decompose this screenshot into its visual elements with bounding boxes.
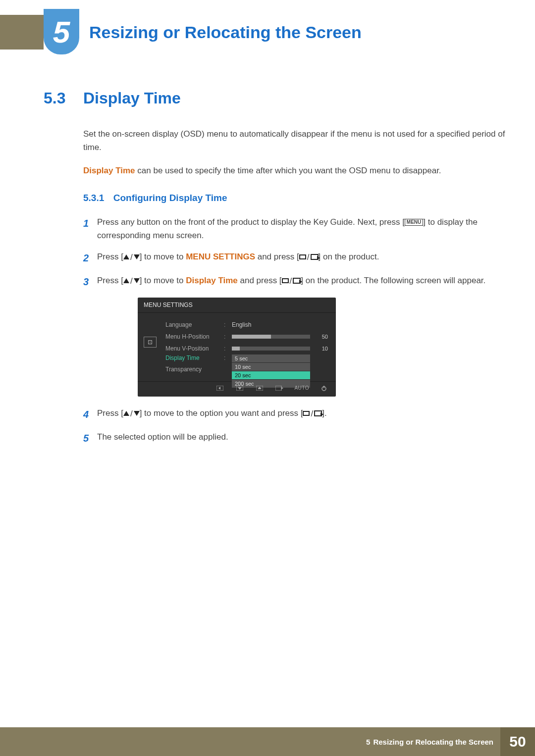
steps-list: 1 Press any button on the front of the p… <box>83 215 505 446</box>
rect-icon <box>282 278 289 283</box>
osd-label: Menu V-Position <box>165 345 220 352</box>
osd-slider-fill <box>232 335 271 339</box>
display-time-highlight: Display Time <box>83 166 135 175</box>
section-heading: 5.3 Display Time <box>44 89 505 107</box>
osd-value: English <box>232 321 310 328</box>
step-1-pre: Press any button on the front of the pro… <box>97 217 405 227</box>
osd-body: ⊡ Language : English Menu H-Position : <box>138 313 336 381</box>
osd-sidebar: ⊡ <box>142 319 159 375</box>
osd-down-icon <box>235 385 245 392</box>
step-number: 1 <box>83 215 97 242</box>
source-enter-icon: / <box>299 251 319 264</box>
osd-screenshot: MENU SETTINGS ⊡ Language : English M <box>138 298 505 397</box>
step-2-pre: Press [ <box>97 252 123 261</box>
osd-panel: MENU SETTINGS ⊡ Language : English M <box>138 298 336 397</box>
step-number: 2 <box>83 250 97 266</box>
step-3-after: and press [ <box>238 276 282 285</box>
step-text: The selected option will be applied. <box>97 430 505 446</box>
osd-up-icon <box>255 385 265 392</box>
enter-icon <box>311 254 319 260</box>
osd-label-active: Display Time <box>165 354 220 361</box>
osd-title: MENU SETTINGS <box>138 298 336 313</box>
step-4-pre: Press [ <box>97 408 123 418</box>
step-3-pre: Press [ <box>97 276 123 285</box>
triangle-up-icon <box>123 278 129 283</box>
page-footer: 5 Resizing or Relocating the Screen 50 <box>0 727 535 756</box>
osd-colon: : <box>224 321 228 328</box>
up-down-icon: / <box>123 407 140 420</box>
osd-option: 10 sec <box>232 363 310 371</box>
step-text: Press [ / ] to move to the option you wa… <box>97 406 505 422</box>
subsection-title: Configuring Display Time <box>113 193 227 203</box>
osd-option: 5 sec <box>232 354 310 362</box>
source-enter-icon: / <box>282 274 301 288</box>
svg-marker-3 <box>238 387 242 390</box>
step-3-hi: Display Time <box>186 276 238 285</box>
osd-colon: : <box>224 345 228 352</box>
subsection-heading: 5.3.1 Configuring Display Time <box>83 193 505 203</box>
step-text: Press any button on the front of the pro… <box>97 215 505 242</box>
footer-bar: 5 Resizing or Relocating the Screen <box>44 727 500 756</box>
triangle-down-icon <box>134 411 140 416</box>
step-4-mid: ] to move to the option you want and pre… <box>140 408 303 418</box>
osd-colon: : <box>224 333 228 340</box>
section-number: 5.3 <box>44 89 83 107</box>
chapter-number: 5 <box>53 14 70 50</box>
step-2-after: and press [ <box>255 252 299 261</box>
chapter-title: Resizing or Relocating the Screen <box>89 23 362 42</box>
svg-rect-6 <box>275 386 281 391</box>
header-left-strip <box>0 15 44 50</box>
source-enter-icon: / <box>303 407 322 420</box>
up-down-icon: / <box>123 251 140 264</box>
menu-key-icon: MENU <box>405 219 423 226</box>
osd-label: Menu H-Position <box>165 333 220 340</box>
osd-rows: Language : English Menu H-Position : 50 <box>165 319 328 375</box>
step-number: 3 <box>83 274 97 290</box>
footer-left-gap <box>0 727 44 756</box>
step-3: 3 Press [ / ] to move to Display Time an… <box>83 274 505 290</box>
step-text: Press [ / ] to move to MENU SETTINGS and… <box>97 250 505 266</box>
chapter-title-wrap: Resizing or Relocating the Screen <box>44 15 535 50</box>
osd-slider-fill <box>232 347 240 351</box>
rect-icon <box>303 411 310 416</box>
osd-slider <box>232 335 310 339</box>
section-intro-2: Display Time can be used to specify the … <box>83 164 505 177</box>
enter-icon <box>293 278 301 284</box>
triangle-up-icon <box>123 254 129 259</box>
osd-colon: : <box>224 354 228 361</box>
osd-back-icon <box>215 385 225 392</box>
osd-row-hpos: Menu H-Position : 50 <box>165 331 328 343</box>
step-2-mid: ] to move to <box>140 252 186 261</box>
step-number: 5 <box>83 430 97 446</box>
section-title: Display Time <box>83 89 181 107</box>
osd-options-list: 5 sec 10 sec 20 sec 200 sec <box>232 354 310 388</box>
section-intro-2-rest: can be used to specify the time after wh… <box>135 166 441 175</box>
svg-marker-5 <box>258 387 262 389</box>
svg-marker-1 <box>218 387 220 390</box>
osd-row-vpos: Menu V-Position : 10 <box>165 343 328 354</box>
osd-row-language: Language : English <box>165 319 328 331</box>
step-1: 1 Press any button on the front of the p… <box>83 215 505 242</box>
step-4: 4 Press [ / ] to move to the option you … <box>83 406 505 422</box>
osd-category-icon: ⊡ <box>144 337 157 348</box>
subsection-number: 5.3.1 <box>83 193 104 203</box>
osd-value: 10 <box>314 346 328 352</box>
section-intro-1: Set the on-screen display (OSD) menu to … <box>83 127 505 154</box>
osd-auto-label: AUTO <box>294 385 309 391</box>
step-number: 4 <box>83 406 97 422</box>
step-3-post: ] on the product. The following screen w… <box>301 276 485 285</box>
osd-enter-icon <box>274 385 284 392</box>
footer-chapter-number: 5 <box>366 738 370 746</box>
footer-page-number: 50 <box>500 727 535 756</box>
step-3-mid: ] to move to <box>140 276 186 285</box>
step-5: 5 The selected option will be applied. <box>83 430 505 446</box>
osd-label: Transparency <box>165 366 220 373</box>
up-down-icon: / <box>123 274 140 288</box>
chapter-number-badge: 5 <box>44 9 79 54</box>
rect-icon <box>299 254 306 259</box>
enter-icon <box>314 410 322 416</box>
content-area: 5.3 Display Time Set the on-screen displ… <box>44 89 505 454</box>
step-2: 2 Press [ / ] to move to MENU SETTINGS a… <box>83 250 505 266</box>
step-2-hi: MENU SETTINGS <box>186 252 255 261</box>
triangle-up-icon <box>123 411 129 416</box>
